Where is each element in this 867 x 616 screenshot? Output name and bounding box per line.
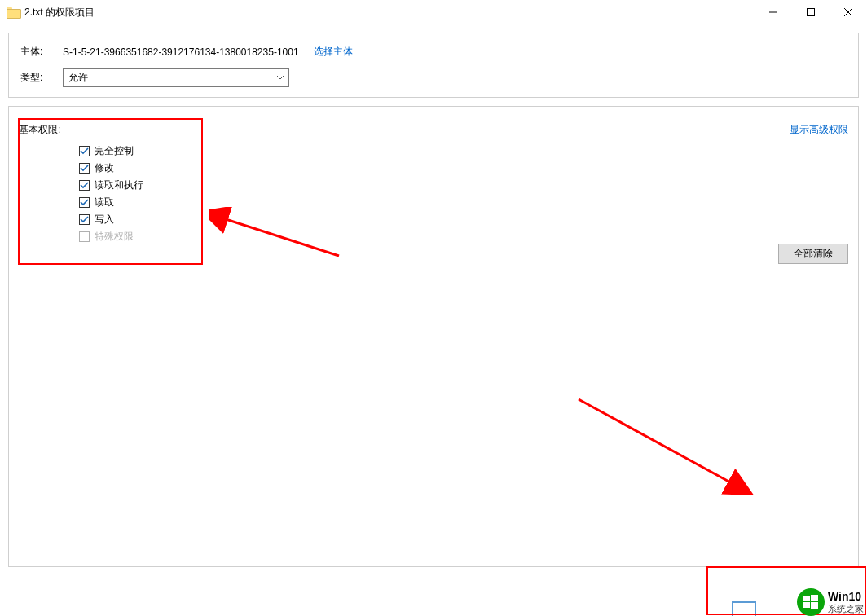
clear-all-button[interactable]: 全部清除 — [778, 244, 848, 264]
watermark-line1: Win10 — [828, 591, 864, 603]
permission-item-read[interactable]: 读取 — [79, 194, 848, 211]
permission-label: 写入 — [95, 213, 114, 227]
watermark-text: Win10 系统之家 — [828, 591, 864, 613]
folder-icon — [7, 7, 20, 18]
permission-item-full-control[interactable]: 完全控制 — [79, 143, 848, 160]
checkbox-read-execute[interactable] — [79, 180, 90, 191]
permission-label: 修改 — [95, 161, 114, 175]
type-row: 类型: 允许 — [20, 68, 847, 87]
permission-label: 读取 — [95, 196, 114, 209]
checkbox-modify[interactable] — [79, 163, 90, 174]
subject-label: 主体: — [20, 45, 63, 59]
type-select-value: 允许 — [63, 68, 289, 87]
permissions-list: 完全控制 修改 读取和执行 读取 写入 — [79, 143, 848, 245]
permission-label: 特殊权限 — [95, 230, 134, 244]
permission-label: 完全控制 — [95, 144, 134, 158]
permission-label: 读取和执行 — [95, 178, 143, 192]
permission-item-write[interactable]: 写入 — [79, 211, 848, 228]
type-select[interactable]: 允许 — [63, 68, 289, 87]
svg-rect-11 — [811, 602, 818, 609]
svg-rect-1 — [808, 9, 815, 16]
select-subject-link[interactable]: 选择主体 — [314, 45, 353, 59]
permission-item-special: 特殊权限 — [79, 228, 848, 245]
subject-row: 主体: S-1-5-21-3966351682-3912176134-13800… — [20, 45, 847, 59]
titlebar: 2.txt 的权限项目 — [0, 0, 867, 24]
permission-item-modify[interactable]: 修改 — [79, 160, 848, 177]
checkbox-read[interactable] — [79, 197, 90, 208]
watermark: Win10 系统之家 — [797, 588, 867, 616]
subject-sid: S-1-5-21-3966351682-3912176134-138001823… — [63, 46, 299, 58]
type-label: 类型: — [20, 71, 63, 85]
checkbox-write[interactable] — [79, 214, 90, 225]
watermark-line2: 系统之家 — [828, 604, 864, 614]
close-button[interactable] — [830, 0, 867, 24]
basic-permissions-label: 基本权限: — [19, 123, 60, 137]
maximize-button[interactable] — [792, 0, 830, 24]
windows-logo-icon — [797, 588, 825, 616]
show-advanced-link[interactable]: 显示高级权限 — [790, 123, 848, 137]
permissions-panel: 基本权限: 显示高级权限 完全控制 修改 读取和执行 读取 — [8, 106, 859, 567]
checkbox-full-control[interactable] — [79, 146, 90, 156]
permission-item-read-execute[interactable]: 读取和执行 — [79, 177, 848, 194]
header-panel: 主体: S-1-5-21-3966351682-3912176134-13800… — [8, 33, 859, 98]
svg-rect-8 — [803, 596, 810, 601]
window-title: 2.txt 的权限项目 — [24, 6, 95, 20]
svg-rect-10 — [803, 602, 810, 608]
svg-rect-9 — [811, 595, 818, 601]
minimize-button[interactable] — [755, 0, 792, 24]
window-controls — [755, 0, 867, 24]
partial-button-outline — [732, 601, 756, 616]
checkbox-special — [79, 231, 90, 242]
